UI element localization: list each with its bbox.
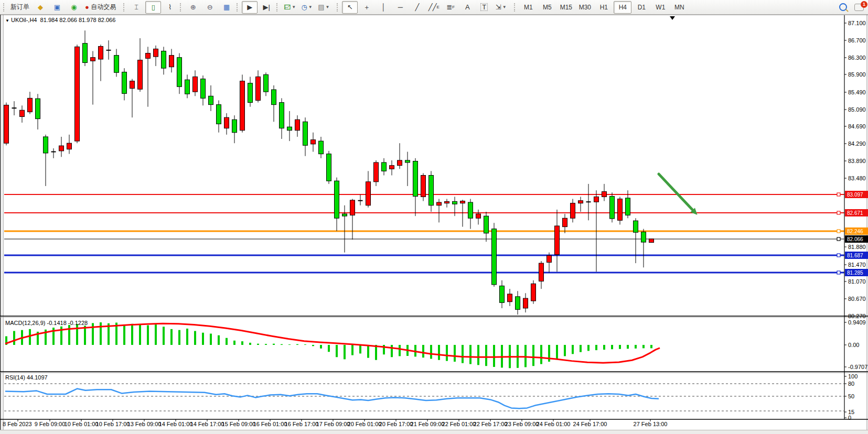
- chart-canvas[interactable]: 87.10086.70086.30085.90085.49085.09084.6…: [0, 14, 868, 434]
- chevron-down-icon: ▼: [292, 5, 296, 9]
- svg-text:82.246: 82.246: [847, 229, 863, 234]
- indicators-plus-icon: 🗠: [284, 4, 291, 10]
- auto-trading-icon: ●: [85, 4, 89, 10]
- notification-badge: 1: [861, 1, 867, 8]
- svg-text:50: 50: [848, 393, 854, 399]
- time-axis[interactable]: 8 Feb 20239 Feb 09:0010 Feb 01:0010 Feb …: [3, 419, 667, 427]
- toolbar-grip[interactable]: [337, 3, 340, 12]
- template-icon: ▤: [318, 4, 324, 10]
- candlestick-chart-button[interactable]: ▯: [145, 1, 161, 14]
- templates-button[interactable]: ▤▼: [316, 1, 331, 14]
- svg-text:16 Feb 17:00: 16 Feb 17:00: [285, 421, 319, 427]
- line-chart-button[interactable]: ⌇: [162, 1, 178, 14]
- svg-text:22 Feb 01:00: 22 Feb 01:00: [442, 421, 476, 427]
- svg-text:80.270: 80.270: [848, 313, 866, 319]
- new-order-button[interactable]: 新订单: [8, 1, 31, 14]
- timeframe-button-h1[interactable]: H1: [595, 1, 613, 14]
- macd-label: MACD(12,26,9) -0.1418 -0.1228: [5, 320, 88, 326]
- search-icon[interactable]: [839, 3, 847, 11]
- channel-icon: ╱╱: [428, 4, 437, 10]
- chart-shift-icon: ▶|: [263, 4, 270, 10]
- vertical-line-icon: │: [381, 4, 385, 10]
- monitor-icon: ▣: [54, 4, 60, 10]
- svg-text:84.290: 84.290: [848, 140, 866, 147]
- mt4-application: 新订单 ◆ ▣ ◉ ● 自动交易 ⌶ ▯ ⌇ ⊕ ⊖ ▦ ▶ ▶| 🗠▼ ◷▼ …: [0, 0, 868, 434]
- tile-windows-button[interactable]: ▦: [219, 1, 234, 14]
- timeframe-button-w1[interactable]: W1: [651, 1, 669, 14]
- terminal-window-icon[interactable]: ▣: [49, 1, 65, 14]
- chart-window[interactable]: 87.10086.70086.30085.90085.49085.09084.6…: [0, 14, 868, 434]
- svg-text:27 Feb 13:00: 27 Feb 13:00: [634, 421, 668, 427]
- svg-text:84.690: 84.690: [848, 123, 866, 129]
- arrows-tool-button[interactable]: ⇲▼: [493, 1, 509, 14]
- trendline-icon: ╱: [415, 4, 419, 10]
- svg-text:0.9409: 0.9409: [848, 319, 866, 326]
- svg-text:82.066: 82.066: [847, 236, 863, 242]
- svg-text:100: 100: [848, 373, 858, 379]
- signals-icon[interactable]: ◉: [66, 1, 82, 14]
- channel-tool-button[interactable]: ╱╱E: [426, 1, 442, 14]
- fibonacci-tool-button[interactable]: ≣F: [443, 1, 458, 14]
- svg-text:15 Feb 09:00: 15 Feb 09:00: [222, 421, 256, 427]
- zoom-out-button[interactable]: ⊖: [202, 1, 218, 14]
- cursor-tool-button[interactable]: ↖: [342, 1, 358, 14]
- toolbar-grip[interactable]: [180, 3, 183, 12]
- svg-text:10 Feb 17:00: 10 Feb 17:00: [96, 421, 130, 427]
- timeframe-button-m30[interactable]: M30: [576, 1, 594, 14]
- svg-text:13 Feb 09:00: 13 Feb 09:00: [127, 421, 162, 427]
- svg-text:20 Feb 17:00: 20 Feb 17:00: [379, 421, 413, 427]
- label-icon: T: [480, 3, 488, 11]
- svg-text:85.900: 85.900: [848, 71, 866, 78]
- periods-button[interactable]: ◷▼: [299, 1, 315, 14]
- svg-text:85.090: 85.090: [848, 106, 866, 113]
- fibonacci-icon: ≣: [446, 4, 452, 10]
- timeframe-button-m5[interactable]: M5: [538, 1, 556, 14]
- timeframe-button-m1[interactable]: M1: [519, 1, 537, 14]
- svg-text:14 Feb 01:00: 14 Feb 01:00: [159, 421, 193, 427]
- svg-text:23 Feb 09:00: 23 Feb 09:00: [505, 421, 539, 427]
- rsi-label: RSI(14) 44.1097: [5, 374, 48, 381]
- svg-text:10 Feb 01:00: 10 Feb 01:00: [65, 421, 99, 427]
- indicators-button[interactable]: 🗠▼: [282, 1, 298, 14]
- vertical-line-tool-button[interactable]: │: [376, 1, 391, 14]
- svg-text:81.070: 81.070: [848, 278, 866, 285]
- timeframe-button-d1[interactable]: D1: [633, 1, 650, 14]
- line-icon: ⌇: [168, 4, 172, 10]
- svg-text:16 Feb 01:00: 16 Feb 01:00: [253, 421, 287, 427]
- chat-icon[interactable]: 1: [854, 4, 864, 11]
- toolbar-grip[interactable]: [276, 3, 280, 12]
- zoom-in-button[interactable]: ⊕: [185, 1, 201, 14]
- timeframe-button-m15[interactable]: M15: [557, 1, 575, 14]
- horizontal-line-tool-button[interactable]: ─: [392, 1, 408, 14]
- history-center-icon[interactable]: ◆: [33, 1, 48, 14]
- symbol-dropdown-icon[interactable]: ▼: [5, 18, 9, 23]
- zoom-in-icon: ⊕: [190, 4, 196, 10]
- bar-chart-button[interactable]: ⌶: [128, 1, 144, 14]
- auto-scroll-button[interactable]: ▶: [242, 1, 258, 14]
- svg-text:21 Feb 09:00: 21 Feb 09:00: [411, 421, 445, 427]
- svg-text:86.700: 86.700: [848, 37, 866, 44]
- svg-text:81.285: 81.285: [847, 270, 863, 276]
- crosshair-tool-button[interactable]: ＋: [359, 1, 374, 14]
- clock-icon: ◷: [301, 4, 307, 10]
- timeframe-button-mn[interactable]: MN: [670, 1, 688, 14]
- auto-trading-button[interactable]: ● 自动交易: [83, 1, 118, 14]
- trendline-tool-button[interactable]: ╱: [409, 1, 425, 14]
- status-bar: [0, 430, 868, 434]
- svg-text:81.687: 81.687: [847, 253, 863, 258]
- chart-shift-button[interactable]: ▶|: [259, 1, 274, 14]
- timeframe-button-h4[interactable]: H4: [614, 1, 631, 14]
- toolbar-grip[interactable]: [123, 3, 126, 12]
- text-tool-button[interactable]: A: [459, 1, 475, 14]
- toolbar-grip[interactable]: [514, 3, 517, 12]
- svg-text:-0.9707: -0.9707: [848, 364, 867, 370]
- svg-text:80: 80: [848, 381, 854, 387]
- toolbar-grip[interactable]: [237, 3, 240, 12]
- svg-text:86.300: 86.300: [848, 55, 866, 61]
- text-icon: A: [465, 4, 470, 10]
- svg-text:0: 0: [848, 415, 851, 421]
- svg-text:83.890: 83.890: [848, 158, 866, 164]
- svg-text:14 Feb 17:00: 14 Feb 17:00: [190, 421, 224, 427]
- toolbar-grip[interactable]: [3, 3, 6, 12]
- label-tool-button[interactable]: T: [476, 1, 492, 14]
